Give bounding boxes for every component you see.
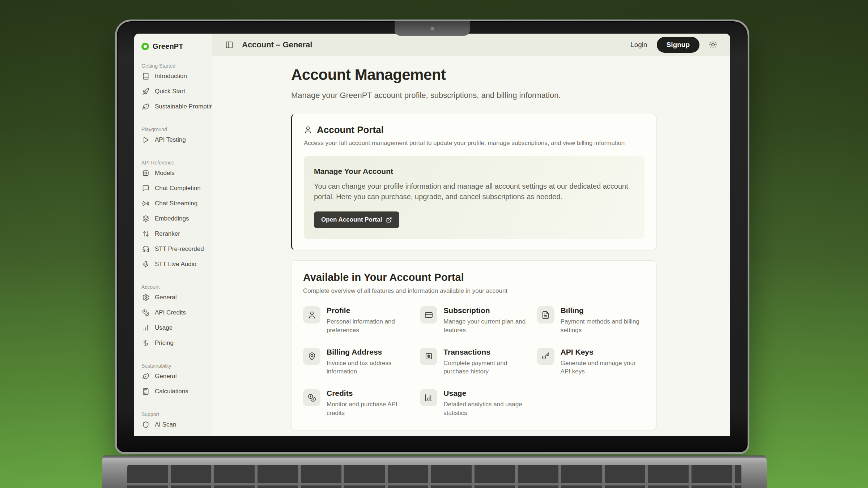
chart-column-icon bbox=[425, 394, 433, 402]
section-label-api-reference: API Reference bbox=[141, 160, 205, 166]
sidebar-item-label: Sustainable Prompting bbox=[155, 103, 212, 110]
box-title: Manage Your Account bbox=[314, 167, 634, 176]
feature-credits: Credits Monitor and purchase API credits bbox=[303, 389, 410, 418]
feature-title: API Keys bbox=[561, 348, 644, 356]
feature-description: Generate and manage your API keys bbox=[561, 359, 644, 376]
webcam-icon bbox=[431, 27, 434, 30]
cpu-icon bbox=[142, 170, 149, 177]
sort-arrows-icon bbox=[142, 230, 149, 237]
coins-icon bbox=[308, 394, 316, 402]
sidebar-item-models[interactable]: Models bbox=[141, 166, 205, 181]
sidebar-item-chat-completion[interactable]: Chat Completion bbox=[141, 181, 205, 196]
card-description: Access your full account management port… bbox=[304, 140, 644, 147]
user-icon bbox=[308, 311, 316, 319]
sidebar-item-account-general[interactable]: General bbox=[141, 290, 205, 305]
sidebar-item-sustainable-prompting[interactable]: Sustainable Prompting bbox=[141, 99, 205, 114]
sidebar-item-label: Quick Start bbox=[155, 88, 185, 95]
section-label-account: Account bbox=[141, 284, 205, 290]
layers-icon bbox=[142, 215, 149, 222]
content-scroll-area[interactable]: Account Management Manage your GreenPT a… bbox=[212, 56, 730, 436]
laptop-notch bbox=[395, 21, 470, 36]
button-label: Open Account Portal bbox=[321, 216, 382, 223]
sidebar-item-label: General bbox=[155, 373, 176, 380]
shield-icon bbox=[142, 421, 149, 428]
sidebar-item-calculations[interactable]: Calculations bbox=[141, 384, 205, 399]
feature-description: Invoice and tax address information bbox=[327, 359, 410, 376]
sidebar-item-label: AI Scan bbox=[155, 421, 176, 428]
sidebar-item-quick-start[interactable]: Quick Start bbox=[141, 84, 205, 99]
feature-description: Manage your current plan and features bbox=[443, 317, 527, 335]
section-label-playground: Playground bbox=[141, 127, 205, 132]
sidebar-item-label: Models bbox=[155, 170, 175, 177]
sidebar-item-ai-scan[interactable]: AI Scan bbox=[141, 417, 205, 432]
section-label-sustainability: Sustainability bbox=[141, 363, 205, 369]
sidebar-item-sustainability-general[interactable]: General bbox=[141, 369, 205, 384]
sidebar-item-label: API Testing bbox=[155, 136, 186, 144]
app-window: GreenPT Getting Started Introduction Qui… bbox=[134, 34, 730, 436]
section-label-support: Support bbox=[141, 411, 205, 417]
book-icon bbox=[142, 73, 149, 80]
sidebar-item-stt-prerecorded[interactable]: STT Pre-recorded bbox=[141, 241, 205, 257]
sidebar-item-stt-live-audio[interactable]: STT Live Audio bbox=[141, 257, 205, 272]
coins-icon bbox=[142, 309, 149, 316]
sidebar-item-chat-streaming[interactable]: Chat Streaming bbox=[141, 196, 205, 211]
dollar-icon bbox=[142, 339, 149, 347]
bar-chart-icon bbox=[142, 324, 149, 331]
sidebar-item-reranker[interactable]: Reranker bbox=[141, 226, 205, 241]
sidebar-item-label: STT Live Audio bbox=[155, 261, 196, 268]
sidebar-item-label: Chat Completion bbox=[155, 185, 201, 192]
main-area: Account – General Login Signup Account M… bbox=[212, 34, 730, 436]
sidebar-item-api-testing[interactable]: API Testing bbox=[141, 132, 205, 147]
feature-title: Billing Address bbox=[327, 348, 410, 356]
feature-description: Payment methods and billing settings bbox=[561, 317, 644, 335]
sidebar-item-api-credits[interactable]: API Credits bbox=[141, 305, 205, 320]
login-link[interactable]: Login bbox=[630, 41, 647, 49]
page-breadcrumb-title: Account – General bbox=[242, 40, 312, 50]
sidebar-item-introduction[interactable]: Introduction bbox=[141, 69, 205, 84]
section-label-getting-started: Getting Started bbox=[141, 63, 205, 69]
sidebar-item-label: General bbox=[155, 294, 176, 301]
external-link-icon bbox=[386, 217, 392, 223]
file-text-icon bbox=[541, 311, 550, 319]
leaf-icon bbox=[142, 103, 149, 110]
feature-title: Billing bbox=[561, 306, 644, 315]
feature-title: Transactions bbox=[443, 348, 527, 356]
leaf-icon bbox=[142, 373, 149, 380]
card-subtitle: Complete overview of all features and in… bbox=[303, 287, 644, 295]
feature-title: Subscription bbox=[443, 306, 527, 315]
feature-billing: Billing Payment methods and billing sett… bbox=[537, 306, 644, 335]
signup-button[interactable]: Signup bbox=[657, 37, 699, 53]
sidebar-item-pricing[interactable]: Pricing bbox=[141, 335, 205, 351]
map-pin-icon bbox=[308, 352, 316, 360]
calculator-icon bbox=[142, 388, 149, 395]
card-title: Account Portal bbox=[317, 124, 384, 136]
feature-description: Detailed analytics and usage statistics bbox=[443, 400, 527, 418]
card-title: Available in Your Account Portal bbox=[303, 271, 644, 283]
sidebar-item-label: Usage bbox=[155, 324, 173, 331]
sidebar-toggle-icon[interactable] bbox=[225, 41, 233, 49]
feature-title: Credits bbox=[327, 389, 410, 398]
brand-name: GreenPT bbox=[153, 42, 183, 51]
headphones-icon bbox=[142, 245, 149, 253]
broadcast-icon bbox=[142, 200, 149, 207]
feature-description: Monitor and purchase API credits bbox=[327, 400, 410, 418]
features-grid: Profile Personal information and prefere… bbox=[303, 306, 644, 418]
sidebar-item-label: Introduction bbox=[155, 73, 187, 80]
feature-description: Complete payment and purchase history bbox=[443, 359, 527, 376]
receipt-icon bbox=[425, 352, 433, 360]
topbar: Account – General Login Signup bbox=[212, 34, 730, 56]
microphone-icon bbox=[142, 261, 149, 268]
account-portal-card: Account Portal Access your full account … bbox=[291, 114, 656, 250]
open-account-portal-button[interactable]: Open Account Portal bbox=[314, 211, 399, 228]
brand[interactable]: GreenPT bbox=[141, 42, 205, 51]
sidebar-item-usage[interactable]: Usage bbox=[141, 320, 205, 335]
sidebar-item-embeddings[interactable]: Embeddings bbox=[141, 211, 205, 226]
sun-icon[interactable] bbox=[709, 40, 717, 49]
box-body: You can change your profile information … bbox=[314, 181, 634, 202]
user-icon bbox=[304, 126, 312, 134]
feature-title: Usage bbox=[443, 389, 527, 398]
feature-profile: Profile Personal information and prefere… bbox=[303, 306, 410, 335]
keyboard bbox=[127, 465, 741, 488]
key-icon bbox=[541, 352, 550, 360]
feature-usage: Usage Detailed analytics and usage stati… bbox=[420, 389, 527, 418]
